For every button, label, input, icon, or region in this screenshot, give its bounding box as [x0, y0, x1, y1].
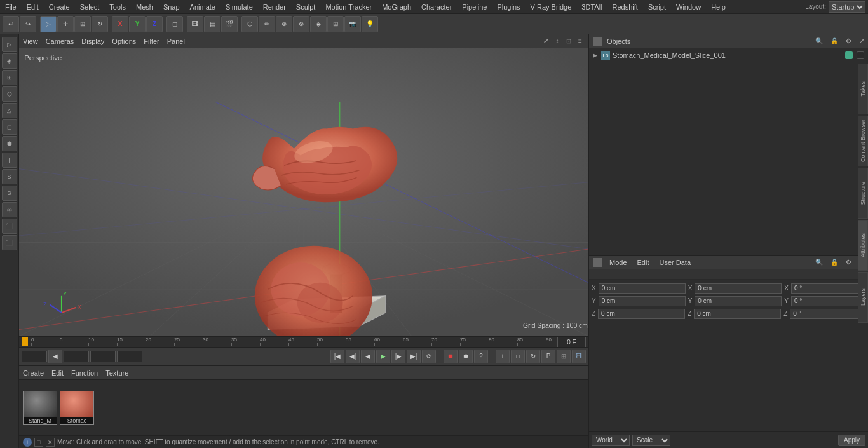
- menu-create[interactable]: Create: [44, 2, 75, 12]
- record-btn[interactable]: ⏺: [444, 350, 458, 363]
- tab-takes[interactable]: Takes: [858, 64, 868, 114]
- attr-y-rot[interactable]: [695, 296, 782, 306]
- go-start-btn[interactable]: |◀: [330, 350, 344, 363]
- menu-tools[interactable]: Tools: [104, 2, 131, 12]
- vp-icon-expand[interactable]: ⤢: [541, 37, 550, 46]
- step-back-btn[interactable]: ◀|: [346, 350, 360, 363]
- select-tool-button[interactable]: ▷: [40, 16, 57, 32]
- nav-cube-button[interactable]: ⬡: [241, 16, 258, 32]
- menu-edit[interactable]: Edit: [22, 2, 44, 12]
- light-btn[interactable]: 💡: [362, 16, 378, 32]
- lp-icon-4[interactable]: ⬡: [2, 86, 17, 102]
- menu-mograph[interactable]: MoGraph: [377, 2, 416, 12]
- vp-icon-pin[interactable]: ↕: [553, 37, 562, 46]
- menu-window[interactable]: Window: [671, 2, 706, 12]
- menu-vray[interactable]: V-Ray Bridge: [526, 2, 577, 12]
- attr-search-icon[interactable]: 🔍: [815, 259, 823, 266]
- lp-icon-10[interactable]: S: [2, 186, 17, 201]
- object-name[interactable]: Stomach_Medical_Model_Slice_001: [613, 51, 726, 59]
- object-mode-button[interactable]: ◻: [166, 16, 183, 32]
- go-end-btn[interactable]: ▶|: [407, 350, 421, 363]
- obj-expand-icon[interactable]: ⤢: [859, 37, 864, 44]
- menu-select[interactable]: Select: [75, 2, 105, 12]
- attr-x-scale[interactable]: [791, 283, 868, 294]
- snap-tool-btn[interactable]: +: [496, 350, 510, 363]
- lp-icon-11[interactable]: ◎: [2, 202, 17, 217]
- render-region-button[interactable]: ▤: [204, 16, 220, 32]
- mat-menu-function[interactable]: Function: [71, 369, 98, 377]
- obj-search-icon[interactable]: 🔍: [815, 37, 823, 44]
- menu-animate[interactable]: Animate: [185, 2, 220, 12]
- y-axis-button[interactable]: Y: [129, 16, 146, 32]
- render-all-button[interactable]: 🎬: [221, 16, 238, 32]
- menu-character[interactable]: Character: [416, 2, 457, 12]
- material-item-1[interactable]: Stomac: [60, 391, 94, 425]
- world-dropdown[interactable]: World: [592, 435, 630, 446]
- menu-file[interactable]: File: [0, 2, 22, 12]
- attr-y-scale[interactable]: [791, 296, 868, 306]
- lp-icon-12[interactable]: ⬛: [2, 219, 17, 234]
- vp-menu-panel[interactable]: Panel: [167, 37, 185, 45]
- snap-tool2-btn[interactable]: □: [511, 350, 525, 363]
- lp-icon-2[interactable]: ◈: [2, 53, 17, 69]
- menu-3dtall[interactable]: 3DTAll: [576, 2, 607, 12]
- loop-btn[interactable]: ⟳: [422, 350, 436, 363]
- object-visible-dot[interactable]: [845, 51, 853, 59]
- grid-btn[interactable]: ⊞: [327, 16, 344, 32]
- tick-container[interactable]: 0 5 10 15 20 25 30 35 40 45 50 55 60 65 …: [30, 337, 555, 346]
- tab-attributes[interactable]: Attributes: [858, 220, 868, 271]
- attr-x-rot[interactable]: [695, 283, 782, 294]
- redo-button[interactable]: ↪: [20, 16, 36, 32]
- status-icon-1[interactable]: i: [23, 438, 32, 447]
- move-tool-button[interactable]: ✛: [57, 16, 74, 32]
- mat-menu-create[interactable]: Create: [23, 369, 44, 377]
- menu-pipeline[interactable]: Pipeline: [457, 2, 492, 12]
- snapping-button[interactable]: ⊕: [276, 16, 292, 32]
- rotate-tool-button[interactable]: ↻: [92, 16, 108, 32]
- max-frame-input[interactable]: 90 F: [117, 351, 142, 362]
- menu-plugins[interactable]: Plugins: [492, 2, 525, 12]
- attr-tab-mode[interactable]: Mode: [607, 257, 630, 268]
- menu-render[interactable]: Render: [258, 2, 291, 12]
- scale-tool-button[interactable]: ⊞: [74, 16, 91, 32]
- snap-tool4-btn[interactable]: P: [541, 350, 555, 363]
- render-preview-button[interactable]: 🎞: [187, 16, 203, 32]
- vp-menu-filter[interactable]: Filter: [144, 37, 159, 45]
- menu-help[interactable]: Help: [706, 2, 731, 12]
- lp-icon-8[interactable]: |: [2, 153, 17, 168]
- x-axis-button[interactable]: X: [112, 16, 128, 32]
- menu-simulate[interactable]: Simulate: [220, 2, 258, 12]
- menu-snap[interactable]: Snap: [158, 2, 185, 12]
- attr-tab-edit[interactable]: Edit: [635, 257, 652, 268]
- object-lock-dot[interactable]: [857, 51, 864, 59]
- attr-x-pos[interactable]: [599, 283, 686, 294]
- snap-tool3-btn[interactable]: ↻: [526, 350, 540, 363]
- obj-settings-icon[interactable]: ⚙: [846, 37, 851, 44]
- menu-script[interactable]: Script: [643, 2, 671, 12]
- vp-icon-settings[interactable]: ≡: [576, 37, 585, 46]
- play-btn[interactable]: ▶: [376, 350, 390, 363]
- motion-help-btn[interactable]: ?: [474, 350, 488, 363]
- end-frame-input[interactable]: 90 F: [90, 351, 116, 362]
- filmstrip-btn[interactable]: 🎞: [572, 350, 586, 363]
- tab-layers[interactable]: Layers: [858, 272, 868, 323]
- lp-icon-5[interactable]: △: [2, 103, 17, 118]
- prev-frame-arrow-btn[interactable]: ◀: [48, 350, 62, 363]
- vp-icon-lock[interactable]: ⊡: [564, 37, 573, 46]
- menu-redshift[interactable]: Redshift: [607, 2, 643, 12]
- layout-dropdown-select[interactable]: Startup: [829, 1, 865, 13]
- camera-btn[interactable]: 📷: [344, 16, 361, 32]
- attr-tab-user-data[interactable]: User Data: [657, 257, 694, 268]
- step-fwd-btn[interactable]: |▶: [391, 350, 405, 363]
- menu-sculpt[interactable]: Sculpt: [291, 2, 321, 12]
- display-btn[interactable]: ◈: [310, 16, 327, 32]
- layout-selector[interactable]: Layout: Startup: [805, 1, 868, 13]
- lp-icon-6[interactable]: ◻: [2, 119, 17, 135]
- lp-icon-1[interactable]: ▷: [2, 37, 17, 52]
- obj-lock-icon[interactable]: 🔒: [831, 37, 838, 44]
- attr-z-rot[interactable]: [694, 309, 781, 319]
- attr-z-scale[interactable]: [790, 309, 868, 319]
- lp-icon-9[interactable]: S: [2, 169, 17, 184]
- attr-z-pos[interactable]: [598, 309, 685, 319]
- mat-menu-texture[interactable]: Texture: [105, 369, 128, 377]
